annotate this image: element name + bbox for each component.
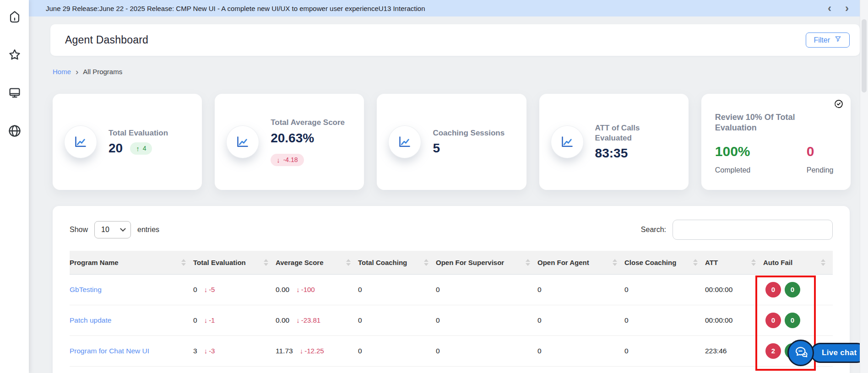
stat-value: 83:35 [595, 146, 678, 161]
globe-icon[interactable] [7, 123, 22, 139]
page-scrollbar[interactable] [860, 0, 868, 373]
show-label: Show [70, 226, 88, 234]
sort-icon[interactable] [751, 259, 756, 266]
live-chat-label[interactable]: Live chat [810, 343, 867, 363]
stat-card-total-average-score: Total Average Score 20.63% ↓ -4.18 [215, 94, 364, 190]
arrow-up-icon: ↑ [136, 145, 140, 152]
cell-close-coaching: 0 [624, 274, 705, 305]
sort-icon[interactable] [526, 259, 530, 266]
pending-label: Pending [807, 166, 834, 174]
stat-card-coaching-sessions: Coaching Sessions 5 [377, 94, 526, 190]
cell-total-coaching: 0 [358, 335, 436, 366]
delta-value: 4 [143, 145, 146, 152]
stat-card-att-of-calls: ATT of Calls Evaluated 83:35 [539, 94, 689, 190]
program-link[interactable]: Program for Chat New UI [70, 347, 149, 355]
breadcrumb-home-link[interactable]: Home [53, 68, 71, 76]
funnel-icon [834, 35, 842, 45]
left-nav-sidebar [0, 0, 29, 373]
column-header-total-evaluation[interactable]: Total Evaluation [193, 251, 276, 274]
stat-title: Coaching Sessions [433, 128, 505, 138]
stat-title: ATT of Calls Evaluated [595, 123, 678, 143]
column-header-average-score[interactable]: Average Score [276, 251, 358, 274]
cell-open-for-supervisor: 0 [436, 305, 537, 335]
cell-open-for-supervisor: 0 [436, 274, 537, 305]
home-icon[interactable] [7, 9, 22, 25]
live-chat-widget[interactable]: Live chat [787, 340, 867, 366]
auto-fail-red-badge: 0 [765, 282, 781, 297]
sort-icon[interactable] [424, 259, 429, 266]
sort-icon[interactable] [264, 259, 268, 266]
cell-total-coaching: 0 [358, 305, 436, 335]
line-chart-icon [389, 126, 421, 158]
page-title: Agent Dashboard [65, 34, 148, 46]
cell-total-evaluation: 0↓-5 [193, 274, 276, 305]
stat-value: 5 [433, 141, 505, 156]
column-header-close-coaching[interactable]: Close Coaching [624, 251, 705, 274]
star-icon[interactable] [7, 47, 22, 63]
table-header-row: Program Name Total Evaluation Average Sc… [70, 251, 833, 274]
entries-label: entries [137, 226, 159, 234]
arrow-down-icon: ↓ [300, 347, 304, 355]
column-header-program-name[interactable]: Program Name [70, 251, 193, 274]
sort-icon[interactable] [346, 259, 351, 266]
stat-value: 20 [108, 141, 123, 156]
arrow-down-icon: ↓ [296, 286, 300, 293]
cell-open-for-agent: 0 [537, 305, 624, 335]
stat-title: Total Evaluation [108, 128, 168, 138]
auto-fail-green-badge: 0 [785, 313, 800, 328]
banner-next-icon[interactable]: › [845, 4, 849, 13]
breadcrumb-separator-icon: › [76, 68, 78, 75]
cell-auto-fail: 00 [763, 274, 833, 305]
line-chart-icon [227, 126, 259, 158]
column-header-att[interactable]: ATT [705, 251, 763, 274]
completed-label: Completed [715, 166, 807, 174]
column-header-open-for-supervisor[interactable]: Open For Supervisor [436, 251, 537, 274]
column-header-total-coaching[interactable]: Total Coaching [358, 251, 436, 274]
table-controls: Show 10 entries Search: [53, 206, 850, 240]
filter-button[interactable]: Filter [806, 32, 850, 48]
program-link[interactable]: Patch update [70, 316, 111, 324]
delta-value: -4.18 [283, 156, 298, 163]
review-card-title: Review 10% Of Total Evaluation [715, 112, 830, 134]
line-chart-icon [551, 126, 583, 158]
table-row: Program for Chat New UI 3↓-3 11.73↓-12.2… [70, 335, 833, 366]
cell-att: 00:00:00 [705, 274, 763, 305]
cell-open-for-agent: 0 [537, 274, 624, 305]
scrollbar-thumb[interactable] [862, 19, 867, 92]
page-size-select[interactable]: 10 [94, 221, 131, 238]
stat-card-total-evaluation: Total Evaluation 20 ↑ 4 [53, 94, 202, 190]
table-row: Patch update 0↓-1 0.00↓-23.81 0 0 0 0 00… [70, 305, 833, 335]
cell-close-coaching: 0 [624, 305, 705, 335]
programs-table-card: Show 10 entries Search: Program Name Tot… [53, 206, 850, 373]
stat-title: Total Average Score [271, 118, 345, 127]
column-header-auto-fail[interactable]: Auto Fail [763, 251, 833, 274]
breadcrumb: Home › All Programs [53, 68, 122, 76]
arrow-down-icon: ↓ [204, 286, 208, 293]
breadcrumb-current: All Programs [83, 68, 122, 76]
stat-value: 20.63% [271, 131, 345, 146]
banner-prev-icon[interactable]: ‹ [828, 4, 831, 13]
cell-total-evaluation: 0↓-1 [193, 305, 276, 335]
cell-average-score: 11.73↓-12.25 [276, 335, 358, 366]
arrow-down-icon: ↓ [204, 316, 208, 324]
sort-icon[interactable] [613, 259, 617, 266]
chat-bubble-icon[interactable] [787, 340, 814, 366]
cell-total-coaching: 0 [358, 274, 436, 305]
release-banner-text: June 29 Release:June 22 - 2025 Release: … [46, 5, 425, 12]
search-input[interactable] [673, 220, 833, 240]
cell-att: 00:00:00 [705, 305, 763, 335]
stat-cards-row: Total Evaluation 20 ↑ 4 Total Average S [53, 94, 851, 190]
monitor-icon[interactable] [7, 85, 22, 101]
page-size-value: 10 [101, 226, 109, 234]
filter-button-label: Filter [814, 36, 830, 44]
page-header: Agent Dashboard Filter [50, 24, 860, 56]
review-card: Review 10% Of Total Evaluation 100% Comp… [701, 94, 851, 190]
line-chart-icon [65, 126, 97, 158]
program-link[interactable]: GbTesting [70, 286, 102, 293]
column-header-open-for-agent[interactable]: Open For Agent [537, 251, 624, 274]
cell-close-coaching: 0 [624, 335, 705, 366]
sort-icon[interactable] [821, 259, 825, 266]
sort-icon[interactable] [693, 259, 698, 266]
cell-total-evaluation: 3↓-3 [193, 335, 276, 366]
sort-icon[interactable] [181, 259, 186, 266]
